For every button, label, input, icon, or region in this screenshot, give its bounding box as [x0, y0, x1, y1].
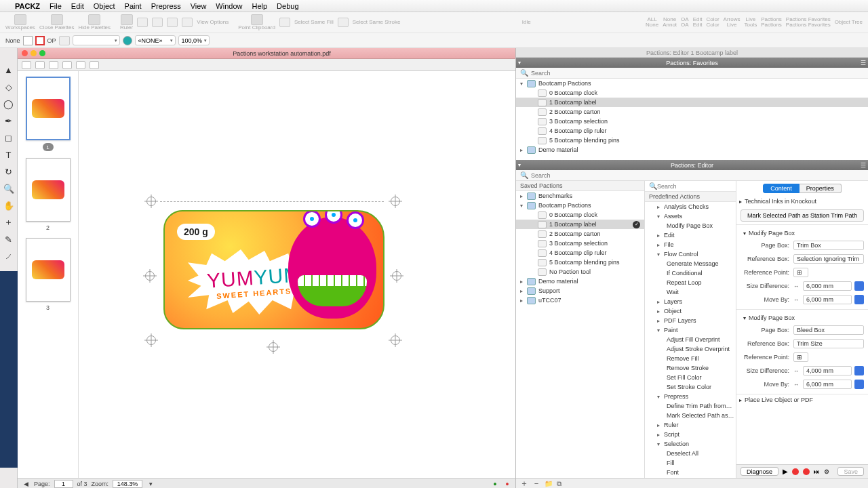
collapse-icon[interactable]: ▾ [518, 162, 521, 168]
menu-file[interactable]: File [50, 2, 62, 10]
actions-tree[interactable]: ▸Analysis Checks▾AssetsModify Page Box▸E… [645, 202, 736, 478]
sb-zoom-dd-icon[interactable]: ▾ [146, 480, 155, 488]
saved-item[interactable]: 0 Bootcamp clock [549, 211, 597, 218]
refpoint-grid[interactable]: ⊞ [793, 268, 808, 277]
action-item[interactable]: Wait [645, 287, 736, 297]
tb-sss[interactable] [338, 18, 349, 27]
moveby2-input[interactable]: 6,000 mm [803, 380, 852, 389]
type-tool-icon[interactable]: T [2, 148, 16, 161]
fav-item[interactable]: 2 Bootcamp carton [549, 108, 601, 115]
rotate-tool-icon[interactable]: ↻ [2, 165, 16, 178]
fav-item[interactable]: 0 Bootcamp clock [549, 89, 597, 96]
menu-prepress[interactable]: Prepress [151, 2, 181, 10]
mode-2[interactable] [35, 61, 45, 69]
step-icon[interactable]: ⏭ [814, 468, 820, 475]
refpoint-grid-2[interactable]: ⊞ [793, 352, 808, 362]
link-icon[interactable] [854, 366, 864, 375]
sb-ok-icon[interactable]: ● [491, 480, 499, 488]
tbr-3[interactable]: EditEdit [693, 17, 703, 28]
favorites-search[interactable]: 🔍 [516, 68, 868, 79]
action-item[interactable]: ▾Flow Control [645, 249, 736, 259]
pagebox2-select[interactable]: Bleed Box [793, 325, 864, 335]
diagnose-button[interactable]: Diagnose [741, 467, 778, 476]
tbr-0[interactable]: ALLNone [646, 17, 658, 28]
gear-icon[interactable]: ☰ [861, 162, 866, 169]
tb-hide-palettes[interactable]: Hide Palettes [78, 14, 111, 30]
tbr-5[interactable]: ArrowsLive [724, 17, 741, 28]
action-item[interactable]: ▸Object [645, 306, 736, 316]
record-icon[interactable] [792, 468, 799, 475]
tb-ruler[interactable]: Ruler [120, 14, 133, 30]
measure-tool-icon[interactable]: ⟋ [2, 249, 16, 263]
utcc07[interactable]: uTCC07 [538, 297, 561, 304]
menu-edit[interactable]: Edit [71, 2, 84, 10]
pen-tool-icon[interactable]: ✒ [2, 114, 16, 127]
action-item[interactable]: If Conditional [645, 268, 736, 278]
mode-6[interactable] [90, 61, 99, 69]
moveby1-input[interactable]: 6,000 mm [803, 295, 852, 304]
tb-point-clipboard[interactable]: Point Clipboard [238, 14, 275, 30]
saved-item[interactable]: No Paction tool [549, 268, 591, 275]
link-icon[interactable] [854, 295, 864, 304]
fav-root[interactable]: Bootcamp Pactions [538, 80, 591, 87]
editor-search[interactable]: 🔍 [516, 170, 868, 181]
tbr-2[interactable]: OAOA [681, 17, 689, 28]
saved-tree[interactable]: ▸Benchmarks ▾Bootcamp Pactions 0 Bootcam… [516, 191, 644, 478]
tb-workspaces[interactable]: Workspaces [5, 14, 35, 30]
fav-root2[interactable]: Demo material [538, 146, 578, 153]
crosshair-tool-icon[interactable]: ＋ [2, 216, 16, 229]
opt-select-1[interactable] [73, 35, 120, 45]
collapse-icon[interactable]: ▾ [518, 60, 521, 66]
sec-place-live[interactable]: Place Live Object or PDF [745, 396, 813, 403]
row-technical-inks[interactable]: Technical Inks in Knockout [745, 198, 816, 205]
action-item[interactable]: Repeat Loop [645, 278, 736, 287]
sb-stop-icon[interactable]: ● [503, 480, 511, 488]
saved-item[interactable]: 4 Bootcamp clip ruler [549, 249, 607, 256]
saved-item[interactable]: 2 Bootcamp carton [549, 230, 601, 237]
menu-help[interactable]: Help [252, 2, 267, 10]
tb-vo4[interactable] [182, 18, 193, 27]
action-item[interactable]: ▾Prepress [645, 392, 736, 401]
remove-button-icon[interactable]: － [532, 478, 540, 488]
save-button[interactable]: Save [837, 467, 864, 476]
shape-tool-icon[interactable]: ◻ [2, 131, 16, 144]
action-item[interactable]: Font [645, 468, 736, 477]
saved-item[interactable]: 1 Bootcamp label [549, 221, 597, 228]
page-input[interactable] [54, 480, 73, 488]
settings-icon[interactable]: ⚙ [824, 468, 829, 475]
mode-1[interactable] [22, 61, 31, 69]
link-icon[interactable] [854, 281, 864, 291]
mark-trim-path-button[interactable]: Mark Selected Path as Station Trim Path [741, 209, 864, 222]
stroke-swatch[interactable] [35, 36, 45, 45]
fav-item[interactable]: 3 Bootcamp selection [549, 118, 608, 125]
action-item[interactable]: ▸Script [645, 430, 736, 439]
sec-modify-pagebox-1[interactable]: Modify Page Box [749, 230, 795, 237]
zoom-input[interactable] [113, 480, 142, 488]
refbox2-select[interactable]: Trim Size [793, 339, 864, 348]
action-item[interactable]: Remove Stroke [645, 363, 736, 373]
editor-header[interactable]: ▾ Pactions: Editor ☰ [516, 160, 868, 170]
opt-select-2[interactable]: «NONE» [135, 35, 176, 45]
actions-search-input[interactable] [657, 183, 732, 190]
selection-tool-icon[interactable]: ▲ [2, 63, 16, 77]
play-icon[interactable]: ▶ [783, 468, 788, 475]
tbr-7[interactable]: PactionsPactions [761, 17, 782, 28]
gear-icon[interactable]: ☰ [861, 60, 866, 66]
action-item[interactable]: Deselect All [645, 449, 736, 458]
thumb-1[interactable] [26, 77, 71, 140]
link-icon[interactable] [854, 380, 864, 389]
action-item[interactable]: Adjust Stroke Overprint [645, 344, 736, 354]
action-item[interactable]: ▸Ruler [645, 420, 736, 430]
action-item[interactable]: ▸File [645, 240, 736, 249]
tb-vo2[interactable] [152, 18, 163, 27]
app-name[interactable]: PACKZ [15, 2, 40, 10]
favorites-header[interactable]: ▾ Pactions: Favorites ☰ [516, 58, 868, 68]
benchmarks[interactable]: Benchmarks [538, 192, 572, 199]
editor-search-input[interactable] [531, 171, 864, 180]
saved-item[interactable]: 5 Bootcamp blending pins [549, 259, 620, 266]
opt-color-dot[interactable] [123, 36, 132, 45]
tb-vo3[interactable] [167, 18, 178, 27]
saved-item[interactable]: 3 Bootcamp selection [549, 240, 608, 247]
fill-swatch[interactable] [23, 36, 33, 45]
bootcamp-root[interactable]: Bootcamp Pactions [538, 202, 591, 209]
